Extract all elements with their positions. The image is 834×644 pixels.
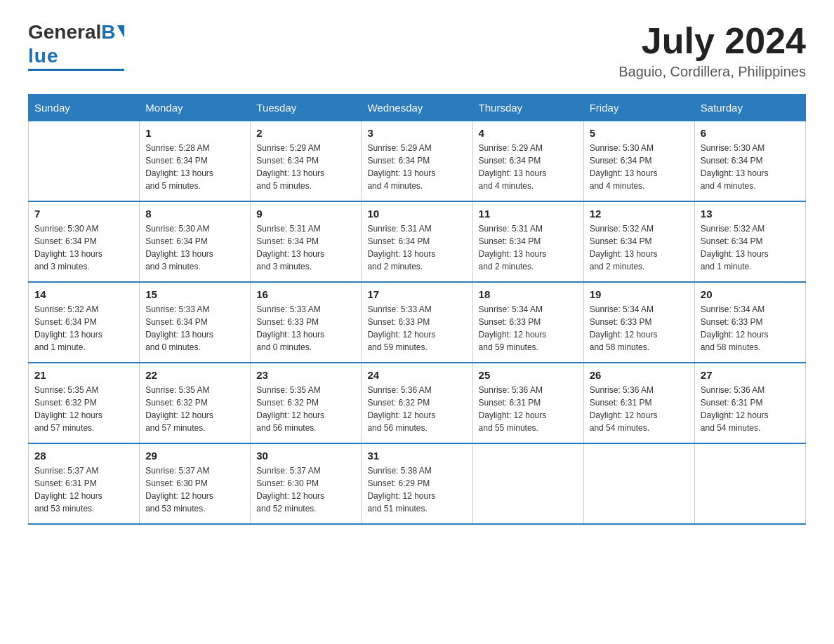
day-info: Sunrise: 5:28 AMSunset: 6:34 PMDaylight:… [145,142,244,192]
title-section: July 2024 Baguio, Cordillera, Philippine… [618,21,806,80]
day-number: 6 [701,127,800,139]
calendar-cell: 1Sunrise: 5:28 AMSunset: 6:34 PMDaylight… [140,121,251,202]
day-number: 2 [256,127,355,139]
calendar-cell: 9Sunrise: 5:31 AMSunset: 6:34 PMDaylight… [251,201,362,282]
header-tuesday: Tuesday [251,95,362,121]
day-info: Sunrise: 5:35 AMSunset: 6:32 PMDaylight:… [34,384,133,434]
day-number: 3 [367,127,466,139]
day-number: 24 [367,369,466,381]
calendar-cell: 28Sunrise: 5:37 AMSunset: 6:31 PMDayligh… [29,443,140,524]
calendar-cell: 30Sunrise: 5:37 AMSunset: 6:30 PMDayligh… [251,443,362,524]
day-number: 1 [145,127,244,139]
day-info: Sunrise: 5:30 AMSunset: 6:34 PMDaylight:… [34,222,133,273]
day-number: 20 [701,288,800,300]
day-number: 14 [34,288,133,300]
calendar-week-row: 1Sunrise: 5:28 AMSunset: 6:34 PMDaylight… [29,121,806,202]
calendar-cell: 24Sunrise: 5:36 AMSunset: 6:32 PMDayligh… [362,363,472,443]
day-number: 29 [145,450,244,462]
day-number: 25 [479,369,578,381]
calendar-cell: 15Sunrise: 5:33 AMSunset: 6:34 PMDayligh… [140,282,251,363]
day-number: 5 [590,127,689,139]
calendar-cell: 23Sunrise: 5:35 AMSunset: 6:32 PMDayligh… [251,363,362,443]
logo-lue-text: lue [28,45,58,67]
calendar-cell [583,443,694,524]
day-number: 31 [367,450,466,462]
day-number: 30 [256,450,355,462]
logo: General B lue [28,21,124,71]
calendar-cell: 31Sunrise: 5:38 AMSunset: 6:29 PMDayligh… [362,443,472,524]
day-info: Sunrise: 5:36 AMSunset: 6:32 PMDaylight:… [367,384,466,434]
day-info: Sunrise: 5:36 AMSunset: 6:31 PMDaylight:… [479,384,578,434]
day-number: 26 [590,369,689,381]
calendar-week-row: 21Sunrise: 5:35 AMSunset: 6:32 PMDayligh… [29,363,806,443]
calendar-cell [29,121,140,202]
calendar-cell: 14Sunrise: 5:32 AMSunset: 6:34 PMDayligh… [29,282,140,363]
day-number: 12 [590,208,689,220]
day-number: 13 [701,208,800,220]
day-number: 27 [701,369,800,381]
calendar-cell: 8Sunrise: 5:30 AMSunset: 6:34 PMDaylight… [140,201,251,282]
calendar-cell [694,443,805,524]
day-info: Sunrise: 5:29 AMSunset: 6:34 PMDaylight:… [479,142,578,192]
logo-triangle-icon [117,25,124,38]
day-info: Sunrise: 5:34 AMSunset: 6:33 PMDaylight:… [701,303,800,354]
day-number: 16 [256,288,355,300]
day-info: Sunrise: 5:30 AMSunset: 6:34 PMDaylight:… [145,222,244,273]
calendar-week-row: 7Sunrise: 5:30 AMSunset: 6:34 PMDaylight… [29,201,806,282]
calendar-cell: 11Sunrise: 5:31 AMSunset: 6:34 PMDayligh… [472,201,583,282]
calendar-cell: 29Sunrise: 5:37 AMSunset: 6:30 PMDayligh… [140,443,251,524]
day-number: 17 [367,288,466,300]
month-year-title: July 2024 [618,21,806,61]
logo-b-text: B [101,21,115,43]
calendar-cell: 26Sunrise: 5:36 AMSunset: 6:31 PMDayligh… [583,363,694,443]
day-info: Sunrise: 5:30 AMSunset: 6:34 PMDaylight:… [590,142,689,192]
calendar-cell: 3Sunrise: 5:29 AMSunset: 6:34 PMDaylight… [362,121,472,202]
day-info: Sunrise: 5:34 AMSunset: 6:33 PMDaylight:… [590,303,689,354]
calendar-cell: 5Sunrise: 5:30 AMSunset: 6:34 PMDaylight… [583,121,694,202]
header-wednesday: Wednesday [362,95,472,121]
day-number: 21 [34,369,133,381]
day-info: Sunrise: 5:34 AMSunset: 6:33 PMDaylight:… [479,303,578,354]
day-number: 22 [145,369,244,381]
day-info: Sunrise: 5:32 AMSunset: 6:34 PMDaylight:… [590,222,689,273]
calendar-cell: 6Sunrise: 5:30 AMSunset: 6:34 PMDaylight… [694,121,805,202]
day-number: 19 [590,288,689,300]
calendar-cell: 22Sunrise: 5:35 AMSunset: 6:32 PMDayligh… [140,363,251,443]
day-number: 10 [367,208,466,220]
day-info: Sunrise: 5:33 AMSunset: 6:33 PMDaylight:… [256,303,355,354]
day-info: Sunrise: 5:31 AMSunset: 6:34 PMDaylight:… [256,222,355,273]
calendar-cell: 27Sunrise: 5:36 AMSunset: 6:31 PMDayligh… [694,363,805,443]
calendar-cell: 19Sunrise: 5:34 AMSunset: 6:33 PMDayligh… [583,282,694,363]
calendar-cell: 20Sunrise: 5:34 AMSunset: 6:33 PMDayligh… [694,282,805,363]
calendar-cell: 13Sunrise: 5:32 AMSunset: 6:34 PMDayligh… [694,201,805,282]
day-number: 11 [479,208,578,220]
day-info: Sunrise: 5:32 AMSunset: 6:34 PMDaylight:… [701,222,800,273]
day-number: 9 [256,208,355,220]
day-info: Sunrise: 5:31 AMSunset: 6:34 PMDaylight:… [479,222,578,273]
calendar-header-row: SundayMondayTuesdayWednesdayThursdayFrid… [29,95,806,121]
day-info: Sunrise: 5:35 AMSunset: 6:32 PMDaylight:… [145,384,244,434]
calendar-cell: 10Sunrise: 5:31 AMSunset: 6:34 PMDayligh… [362,201,472,282]
calendar-cell: 2Sunrise: 5:29 AMSunset: 6:34 PMDaylight… [251,121,362,202]
calendar-cell: 16Sunrise: 5:33 AMSunset: 6:33 PMDayligh… [251,282,362,363]
day-number: 8 [145,208,244,220]
calendar-cell: 21Sunrise: 5:35 AMSunset: 6:32 PMDayligh… [29,363,140,443]
day-info: Sunrise: 5:35 AMSunset: 6:32 PMDaylight:… [256,384,355,434]
calendar-week-row: 28Sunrise: 5:37 AMSunset: 6:31 PMDayligh… [29,443,806,524]
day-number: 15 [145,288,244,300]
day-number: 18 [479,288,578,300]
day-number: 7 [34,208,133,220]
calendar-cell: 17Sunrise: 5:33 AMSunset: 6:33 PMDayligh… [362,282,472,363]
header-friday: Friday [583,95,694,121]
logo-underline [28,69,124,71]
day-info: Sunrise: 5:36 AMSunset: 6:31 PMDaylight:… [701,384,800,434]
calendar-cell: 12Sunrise: 5:32 AMSunset: 6:34 PMDayligh… [583,201,694,282]
day-info: Sunrise: 5:33 AMSunset: 6:33 PMDaylight:… [367,303,466,354]
calendar-table: SundayMondayTuesdayWednesdayThursdayFrid… [28,94,806,525]
day-number: 28 [34,450,133,462]
calendar-cell: 7Sunrise: 5:30 AMSunset: 6:34 PMDaylight… [29,201,140,282]
day-info: Sunrise: 5:30 AMSunset: 6:34 PMDaylight:… [701,142,800,192]
header-saturday: Saturday [694,95,805,121]
calendar-cell: 25Sunrise: 5:36 AMSunset: 6:31 PMDayligh… [472,363,583,443]
day-info: Sunrise: 5:36 AMSunset: 6:31 PMDaylight:… [590,384,689,434]
